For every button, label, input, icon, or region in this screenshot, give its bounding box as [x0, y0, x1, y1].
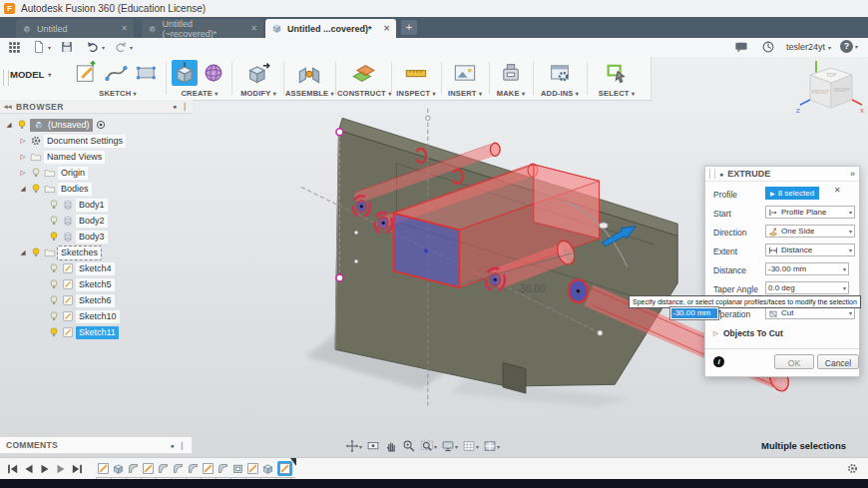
look-at-icon[interactable] — [366, 439, 380, 453]
fit-button[interactable]: ▾ — [420, 439, 437, 453]
extrude-button[interactable] — [172, 60, 198, 86]
browser-row-body1[interactable]: Body1 — [48, 198, 108, 212]
timeline-item-sketch[interactable] — [201, 461, 216, 476]
account-menu[interactable]: tesler24yt▾ — [786, 42, 831, 52]
timeline-item-sketch[interactable] — [141, 461, 156, 476]
make-button[interactable] — [498, 60, 524, 86]
activate-radio-icon[interactable] — [95, 119, 107, 131]
browser-row-sketch11[interactable]: Sketch11 — [48, 325, 119, 339]
distance-input[interactable]: -30.00 mm ▾ — [765, 262, 849, 275]
tab-close-icon[interactable]: ✕ — [121, 24, 128, 33]
timeline-item-extrude[interactable] — [260, 461, 275, 476]
visibility-bulb-icon[interactable] — [30, 183, 42, 195]
profile-selected-chip[interactable]: ▶ 8 selected — [765, 187, 819, 200]
group-label-assemble[interactable]: ASSEMBLE ▾ — [285, 89, 333, 98]
save-button[interactable] — [60, 40, 74, 54]
expand-arrow-icon[interactable]: ▷ — [18, 137, 28, 145]
expand-arrow-icon[interactable]: ◢ — [4, 121, 14, 129]
visibility-bulb-icon[interactable] — [48, 231, 60, 243]
browser-row-root[interactable]: ◢ (Unsaved) — [4, 118, 107, 132]
tab-untitled-recovered[interactable]: Untitled (~recovered)* ✕ — [142, 19, 263, 38]
info-icon[interactable]: i — [713, 356, 724, 367]
profile-clear-icon[interactable]: ✕ — [834, 186, 841, 195]
file-menu-button[interactable]: ▾ — [32, 40, 51, 54]
group-label-construct[interactable]: CONSTRUCT ▾ — [337, 89, 389, 98]
collapse-panel-icon[interactable]: ◂◂ — [4, 103, 12, 111]
visibility-bulb-icon[interactable] — [30, 246, 42, 258]
dialog-drag-grip[interactable] — [709, 169, 715, 179]
create-sketch-button[interactable] — [74, 60, 100, 86]
insert-image-button[interactable] — [452, 60, 478, 86]
visibility-bulb-icon[interactable] — [48, 310, 60, 322]
browser-row-bodies[interactable]: ◢ Bodies — [18, 182, 92, 196]
visibility-bulb-icon[interactable] — [16, 119, 28, 131]
browser-row-sketches[interactable]: ◢ Sketches — [18, 245, 101, 259]
new-tab-button[interactable]: + — [401, 20, 417, 35]
visibility-bulb-icon[interactable] — [48, 294, 60, 306]
timeline-item-fillet[interactable] — [216, 461, 230, 476]
orbit-button[interactable]: ▾ — [345, 439, 362, 453]
timeline-item-box[interactable] — [230, 461, 245, 476]
input-spinner-icon[interactable]: ▾ — [718, 307, 721, 314]
skip-to-end-icon[interactable] — [70, 462, 84, 476]
workspace-selector[interactable]: MODEL▾ — [10, 69, 51, 80]
visibility-bulb-icon[interactable] — [48, 262, 60, 274]
expand-arrow-icon[interactable]: ▷ — [18, 169, 28, 177]
visibility-bulb-icon[interactable] — [48, 199, 60, 211]
expand-arrow-icon[interactable]: ▷ — [18, 153, 28, 161]
dialog-header[interactable]: ● EXTRUDE » — [705, 167, 859, 182]
timeline-item-fillet[interactable] — [126, 461, 141, 476]
measure-button[interactable] — [403, 60, 429, 86]
visibility-bulb-icon[interactable] — [48, 215, 60, 227]
cancel-button[interactable]: Cancel — [817, 354, 859, 369]
comments-panel-header[interactable]: COMMENTS ● ❘ — [0, 436, 193, 454]
objects-to-cut-expander[interactable]: ▷ Objects To Cut — [713, 328, 783, 338]
view-cube[interactable]: TOP FRONT RIGHT X Z — [794, 58, 866, 130]
panel-resize-icon[interactable]: ❘ — [179, 441, 186, 450]
group-label-select[interactable]: SELECT ▾ — [589, 89, 645, 98]
browser-row-named-views[interactable]: ▷ Named Views — [18, 150, 105, 164]
browser-row-document-settings[interactable]: ▷ Document Settings — [18, 134, 126, 148]
tab-active-document[interactable]: Untitled ...covered)* ✕ — [265, 19, 396, 38]
timeline-item-fillet[interactable] — [156, 461, 171, 476]
panel-options-icon[interactable]: ● — [170, 442, 175, 449]
browser-row-body3[interactable]: Body3 — [48, 230, 108, 244]
visibility-bulb-icon[interactable] — [48, 326, 60, 338]
construct-plane-button[interactable] — [350, 60, 376, 86]
tab-close-icon[interactable]: ✕ — [250, 24, 257, 33]
pan-hand-icon[interactable] — [384, 439, 398, 453]
browser-row-sketch5[interactable]: Sketch5 — [48, 277, 115, 291]
group-label-addins[interactable]: ADD-INS ▾ — [535, 89, 585, 98]
spline-button[interactable] — [104, 60, 130, 86]
timeline-item-fillet[interactable] — [171, 461, 186, 476]
group-label-make[interactable]: MAKE ▾ — [491, 89, 531, 98]
panel-options-icon[interactable]: ● — [173, 103, 178, 110]
profile-circle-4[interactable] — [569, 279, 588, 302]
timeline-marker-flag[interactable] — [290, 458, 296, 466]
ok-button[interactable]: OK — [774, 354, 814, 369]
tab-close-icon[interactable]: ✕ — [383, 24, 390, 33]
dialog-dock-icon[interactable]: » — [850, 169, 855, 179]
visibility-bulb-icon[interactable] — [48, 278, 60, 290]
panel-resize-icon[interactable]: ❘ — [182, 102, 189, 111]
joint-button[interactable] — [296, 60, 322, 86]
start-dropdown[interactable]: Profile Plane ▾ — [765, 206, 855, 219]
tab-untitled[interactable]: Untitled ✕ — [16, 19, 134, 38]
timeline-settings-gear-icon[interactable] — [846, 462, 859, 475]
skip-to-start-icon[interactable] — [6, 462, 20, 476]
visibility-bulb-icon[interactable] — [30, 167, 42, 179]
group-label-insert[interactable]: INSERT ▾ — [443, 89, 487, 98]
timeline-item-fillet[interactable] — [186, 461, 201, 476]
job-status-chat-icon[interactable] — [734, 40, 748, 54]
undo-button[interactable]: ▾ — [86, 40, 105, 54]
browser-row-origin[interactable]: ▷ Origin — [18, 166, 88, 180]
zoom-icon[interactable] — [402, 439, 416, 453]
rectangle-button[interactable] — [134, 60, 160, 86]
expand-arrow-icon[interactable]: ◢ — [18, 185, 28, 193]
browser-row-body2[interactable]: Body2 — [48, 214, 108, 228]
step-back-icon[interactable] — [22, 462, 36, 476]
browser-row-sketch4[interactable]: Sketch4 — [48, 261, 115, 275]
taper-angle-input[interactable]: 0.0 deg ▾ — [765, 281, 849, 294]
create-form-button[interactable] — [201, 60, 226, 86]
group-label-create[interactable]: CREATE ▾ — [170, 89, 229, 98]
